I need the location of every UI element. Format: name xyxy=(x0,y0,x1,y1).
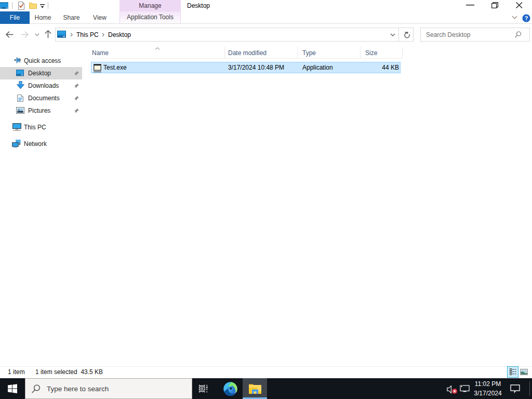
svg-text:?: ? xyxy=(525,15,528,21)
